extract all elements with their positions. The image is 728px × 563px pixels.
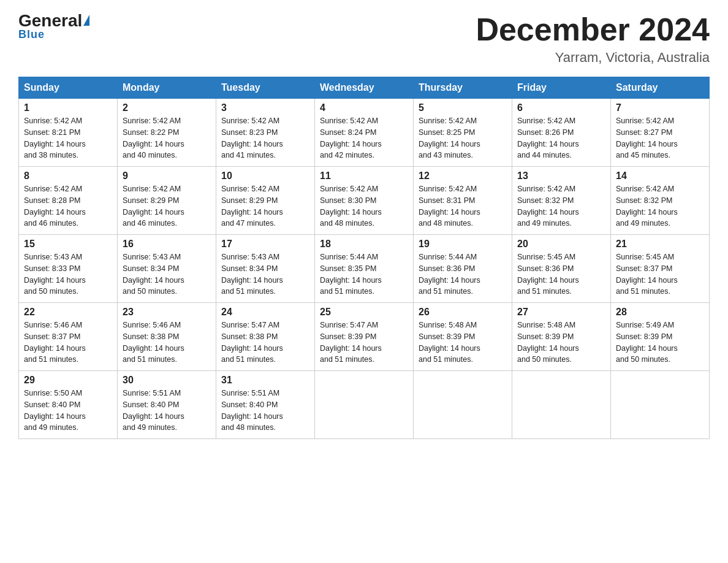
day-info: Sunrise: 5:42 AMSunset: 8:32 PMDaylight:… xyxy=(517,185,579,228)
day-info: Sunrise: 5:42 AMSunset: 8:28 PMDaylight:… xyxy=(24,185,86,228)
day-number: 18 xyxy=(320,239,408,250)
table-row: 13 Sunrise: 5:42 AMSunset: 8:32 PMDaylig… xyxy=(512,167,611,235)
day-info: Sunrise: 5:47 AMSunset: 8:38 PMDaylight:… xyxy=(221,321,283,364)
table-row: 11 Sunrise: 5:42 AMSunset: 8:30 PMDaylig… xyxy=(315,167,414,235)
table-row: 15 Sunrise: 5:43 AMSunset: 8:33 PMDaylig… xyxy=(19,235,118,303)
calendar-table: Sunday Monday Tuesday Wednesday Thursday… xyxy=(18,77,710,439)
day-info: Sunrise: 5:42 AMSunset: 8:21 PMDaylight:… xyxy=(24,117,86,159)
logo-blue-text: Blue xyxy=(18,28,45,41)
table-row: 12 Sunrise: 5:42 AMSunset: 8:31 PMDaylig… xyxy=(414,167,512,235)
day-number: 23 xyxy=(123,307,211,318)
day-info: Sunrise: 5:51 AMSunset: 8:40 PMDaylight:… xyxy=(123,389,184,432)
table-row: 8 Sunrise: 5:42 AMSunset: 8:28 PMDayligh… xyxy=(19,167,118,235)
day-number: 28 xyxy=(616,307,704,318)
day-info: Sunrise: 5:43 AMSunset: 8:33 PMDaylight:… xyxy=(24,253,86,296)
day-info: Sunrise: 5:45 AMSunset: 8:37 PMDaylight:… xyxy=(616,253,678,296)
table-row: 29 Sunrise: 5:50 AMSunset: 8:40 PMDaylig… xyxy=(19,371,118,439)
day-number: 31 xyxy=(221,375,309,386)
table-row xyxy=(414,371,512,439)
day-number: 5 xyxy=(419,102,507,113)
logo-triangle-icon xyxy=(83,15,89,26)
day-number: 25 xyxy=(320,307,408,318)
table-row: 22 Sunrise: 5:46 AMSunset: 8:37 PMDaylig… xyxy=(19,303,118,371)
day-info: Sunrise: 5:47 AMSunset: 8:39 PMDaylight:… xyxy=(320,321,382,364)
table-row xyxy=(512,371,611,439)
table-row xyxy=(315,371,414,439)
day-number: 26 xyxy=(419,307,507,318)
day-number: 6 xyxy=(517,102,605,113)
table-row: 10 Sunrise: 5:42 AMSunset: 8:29 PMDaylig… xyxy=(216,167,315,235)
day-info: Sunrise: 5:45 AMSunset: 8:36 PMDaylight:… xyxy=(517,253,579,296)
table-row: 6 Sunrise: 5:42 AMSunset: 8:26 PMDayligh… xyxy=(512,99,611,167)
col-monday: Monday xyxy=(118,77,216,99)
day-number: 21 xyxy=(616,239,704,250)
logo-general-text: General xyxy=(18,12,82,29)
day-number: 30 xyxy=(123,375,211,386)
day-info: Sunrise: 5:50 AMSunset: 8:40 PMDaylight:… xyxy=(24,389,86,432)
day-info: Sunrise: 5:42 AMSunset: 8:29 PMDaylight:… xyxy=(123,185,184,228)
table-row: 18 Sunrise: 5:44 AMSunset: 8:35 PMDaylig… xyxy=(315,235,414,303)
table-row: 16 Sunrise: 5:43 AMSunset: 8:34 PMDaylig… xyxy=(118,235,216,303)
day-number: 9 xyxy=(123,170,211,182)
table-row: 30 Sunrise: 5:51 AMSunset: 8:40 PMDaylig… xyxy=(118,371,216,439)
day-info: Sunrise: 5:49 AMSunset: 8:39 PMDaylight:… xyxy=(616,321,678,364)
location-subtitle: Yarram, Victoria, Australia xyxy=(476,50,710,66)
day-info: Sunrise: 5:48 AMSunset: 8:39 PMDaylight:… xyxy=(517,321,579,364)
table-row: 27 Sunrise: 5:48 AMSunset: 8:39 PMDaylig… xyxy=(512,303,611,371)
table-row: 20 Sunrise: 5:45 AMSunset: 8:36 PMDaylig… xyxy=(512,235,611,303)
day-info: Sunrise: 5:43 AMSunset: 8:34 PMDaylight:… xyxy=(123,253,184,296)
table-row: 7 Sunrise: 5:42 AMSunset: 8:27 PMDayligh… xyxy=(611,99,710,167)
day-number: 8 xyxy=(24,170,112,182)
table-row: 25 Sunrise: 5:47 AMSunset: 8:39 PMDaylig… xyxy=(315,303,414,371)
calendar-week-3: 15 Sunrise: 5:43 AMSunset: 8:33 PMDaylig… xyxy=(19,235,710,303)
table-row: 23 Sunrise: 5:46 AMSunset: 8:38 PMDaylig… xyxy=(118,303,216,371)
day-number: 29 xyxy=(24,375,112,386)
col-sunday: Sunday xyxy=(19,77,118,99)
table-row: 9 Sunrise: 5:42 AMSunset: 8:29 PMDayligh… xyxy=(118,167,216,235)
day-info: Sunrise: 5:42 AMSunset: 8:32 PMDaylight:… xyxy=(616,185,678,228)
table-row: 2 Sunrise: 5:42 AMSunset: 8:22 PMDayligh… xyxy=(118,99,216,167)
col-wednesday: Wednesday xyxy=(315,77,414,99)
table-row: 1 Sunrise: 5:42 AMSunset: 8:21 PMDayligh… xyxy=(19,99,118,167)
table-row: 24 Sunrise: 5:47 AMSunset: 8:38 PMDaylig… xyxy=(216,303,315,371)
day-info: Sunrise: 5:42 AMSunset: 8:25 PMDaylight:… xyxy=(419,117,480,159)
day-number: 17 xyxy=(221,239,309,250)
day-number: 20 xyxy=(517,239,605,250)
day-number: 3 xyxy=(221,102,309,113)
day-number: 7 xyxy=(616,102,704,113)
month-year-title: December 2024 xyxy=(476,12,710,47)
table-row: 14 Sunrise: 5:42 AMSunset: 8:32 PMDaylig… xyxy=(611,167,710,235)
day-number: 2 xyxy=(123,102,211,113)
calendar-week-1: 1 Sunrise: 5:42 AMSunset: 8:21 PMDayligh… xyxy=(19,99,710,167)
day-number: 24 xyxy=(221,307,309,318)
col-thursday: Thursday xyxy=(414,77,512,99)
day-number: 19 xyxy=(419,239,507,250)
table-row: 21 Sunrise: 5:45 AMSunset: 8:37 PMDaylig… xyxy=(611,235,710,303)
day-info: Sunrise: 5:42 AMSunset: 8:31 PMDaylight:… xyxy=(419,185,480,228)
day-number: 12 xyxy=(419,170,507,182)
day-number: 4 xyxy=(320,102,408,113)
day-info: Sunrise: 5:42 AMSunset: 8:26 PMDaylight:… xyxy=(517,117,579,159)
day-number: 13 xyxy=(517,170,605,182)
day-number: 16 xyxy=(123,239,211,250)
table-row: 19 Sunrise: 5:44 AMSunset: 8:36 PMDaylig… xyxy=(414,235,512,303)
day-number: 10 xyxy=(221,170,309,182)
table-row xyxy=(611,371,710,439)
calendar-week-5: 29 Sunrise: 5:50 AMSunset: 8:40 PMDaylig… xyxy=(19,371,710,439)
day-info: Sunrise: 5:46 AMSunset: 8:37 PMDaylight:… xyxy=(24,321,86,364)
page-header: General Blue December 2024 Yarram, Victo… xyxy=(18,12,710,66)
col-tuesday: Tuesday xyxy=(216,77,315,99)
day-number: 27 xyxy=(517,307,605,318)
calendar-week-2: 8 Sunrise: 5:42 AMSunset: 8:28 PMDayligh… xyxy=(19,167,710,235)
day-info: Sunrise: 5:46 AMSunset: 8:38 PMDaylight:… xyxy=(123,321,184,364)
table-row: 17 Sunrise: 5:43 AMSunset: 8:34 PMDaylig… xyxy=(216,235,315,303)
day-info: Sunrise: 5:42 AMSunset: 8:27 PMDaylight:… xyxy=(616,117,678,159)
day-info: Sunrise: 5:42 AMSunset: 8:29 PMDaylight:… xyxy=(221,185,283,228)
day-info: Sunrise: 5:51 AMSunset: 8:40 PMDaylight:… xyxy=(221,389,283,432)
title-area: December 2024 Yarram, Victoria, Australi… xyxy=(476,12,710,66)
table-row: 26 Sunrise: 5:48 AMSunset: 8:39 PMDaylig… xyxy=(414,303,512,371)
day-number: 22 xyxy=(24,307,112,318)
day-info: Sunrise: 5:42 AMSunset: 8:24 PMDaylight:… xyxy=(320,117,382,159)
day-info: Sunrise: 5:43 AMSunset: 8:34 PMDaylight:… xyxy=(221,253,283,296)
table-row: 31 Sunrise: 5:51 AMSunset: 8:40 PMDaylig… xyxy=(216,371,315,439)
